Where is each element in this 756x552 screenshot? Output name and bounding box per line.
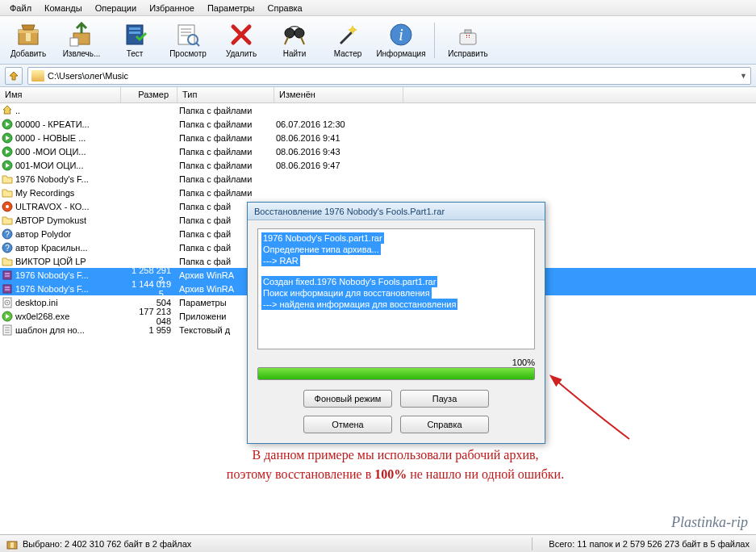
- help-button[interactable]: Справка: [400, 416, 489, 433]
- up-icon: [2, 105, 13, 116]
- repair-button[interactable]: Исправить: [445, 20, 491, 60]
- toolbar: Добавить Извлечь... Тест Просмотр Удалит…: [0, 16, 756, 65]
- folder-icon: [31, 70, 44, 82]
- play-icon: [2, 119, 13, 130]
- svg-point-14: [285, 28, 294, 38]
- log-box: 1976 Nobody's Fools.part1.rarОпределение…: [257, 228, 535, 349]
- menu-options[interactable]: Параметры: [201, 2, 261, 15]
- pause-button[interactable]: Пауза: [400, 390, 489, 408]
- file-row[interactable]: 1976 Nobody's F...Папка с файлами: [0, 172, 756, 186]
- svg-line-16: [285, 37, 288, 44]
- annotation-caption: В данном примере мы использовали рабочий…: [113, 445, 678, 484]
- svg-rect-42: [5, 289, 10, 291]
- status-icon: [6, 538, 18, 550]
- path-input[interactable]: C:\Users\олег\Music ▼: [27, 67, 751, 85]
- file-name: wx0el268.exe: [15, 312, 69, 321]
- folder-icon: [2, 215, 13, 226]
- folder-icon: [2, 187, 13, 199]
- wizard-icon: [335, 22, 361, 48]
- toolbar-label: Исправить: [448, 49, 487, 58]
- dialog-title: Восстановление 1976 Nobody's Fools.Part1…: [248, 203, 545, 220]
- toolbar-separator: [434, 23, 435, 58]
- txt-icon: [2, 324, 13, 336]
- test-button[interactable]: Тест: [111, 20, 158, 60]
- add-button[interactable]: Добавить: [5, 20, 52, 60]
- svg-line-17: [301, 37, 304, 44]
- file-type: Папка с файлами: [179, 106, 276, 115]
- file-name: ..: [15, 106, 20, 115]
- view-icon: [175, 22, 201, 48]
- background-button[interactable]: Фоновый режим: [303, 390, 392, 408]
- svg-rect-6: [129, 27, 140, 30]
- file-name: 1976 Nobody's F...: [15, 284, 89, 294]
- delete-button[interactable]: Удалить: [218, 20, 265, 60]
- file-modified: 06.07.2016 12:30: [276, 119, 405, 129]
- menu-help[interactable]: Справка: [261, 2, 309, 15]
- toolbar-label: Просмотр: [169, 49, 207, 58]
- file-row[interactable]: 00000 - КРЕАТИ...Папка с файлами06.07.20…: [0, 117, 756, 131]
- file-name: 1976 Nobody's F...: [15, 174, 89, 184]
- repair-icon: [455, 22, 481, 48]
- play-icon: [2, 132, 13, 144]
- wizard-button[interactable]: Мастер: [324, 20, 371, 60]
- cancel-button[interactable]: Отмена: [303, 416, 392, 433]
- svg-rect-52: [10, 542, 14, 548]
- file-type: Папка с файлами: [179, 161, 276, 170]
- file-row[interactable]: ..Папка с файлами: [0, 103, 756, 117]
- menu-favorites[interactable]: Избранное: [143, 2, 201, 15]
- file-type: Папка с файлами: [179, 147, 276, 157]
- test-icon: [122, 22, 148, 48]
- file-name: 00000 - КРЕАТИ...: [15, 119, 90, 129]
- svg-text:?: ?: [5, 230, 10, 239]
- file-size: 177 213 048: [123, 307, 179, 326]
- svg-point-45: [6, 302, 8, 303]
- svg-point-30: [6, 205, 9, 208]
- svg-rect-38: [5, 275, 10, 277]
- find-button[interactable]: Найти: [271, 20, 318, 60]
- dropdown-arrow-icon[interactable]: ▼: [740, 72, 747, 80]
- file-row[interactable]: 000 -МОИ ОЦИ...Папка с файлами08.06.2016…: [0, 144, 756, 158]
- file-name: шаблон для но...: [15, 325, 85, 335]
- info-icon: i: [388, 22, 414, 48]
- info-button[interactable]: i Информация: [378, 20, 424, 60]
- folder-icon: [2, 174, 13, 185]
- progress-percent: 100%: [512, 358, 535, 367]
- faq-icon: ?: [2, 228, 13, 240]
- file-modified: 08.06.2016 9:43: [276, 147, 405, 157]
- file-row[interactable]: 001-МОИ ОЦИ...Папка с файлами08.06.2016 …: [0, 158, 756, 172]
- file-type: Папка с файлами: [179, 119, 276, 129]
- svg-rect-2: [26, 33, 31, 41]
- archive-icon: [15, 22, 41, 48]
- svg-point-15: [294, 28, 304, 38]
- file-type: Папка с файлами: [179, 174, 276, 184]
- svg-text:i: i: [399, 26, 403, 44]
- toolbar-label: Мастер: [334, 49, 362, 58]
- file-name: ULTRAVOX - КО...: [15, 202, 89, 211]
- delete-icon: [228, 22, 254, 48]
- folder-icon: [2, 256, 13, 267]
- file-row[interactable]: My RecordingsПапка с файлами: [0, 186, 756, 199]
- file-modified: 08.06.2016 9:47: [276, 161, 405, 170]
- file-size: 1 144 019 5...: [123, 279, 179, 299]
- menu-operations[interactable]: Операции: [89, 2, 143, 15]
- col-type[interactable]: Тип: [178, 87, 274, 102]
- progress-bar: [257, 367, 535, 380]
- exe-icon: [2, 311, 13, 322]
- file-modified: 08.06.2016 9:41: [276, 133, 405, 143]
- col-name[interactable]: Имя: [0, 87, 121, 102]
- svg-rect-37: [5, 273, 10, 274]
- up-button[interactable]: [5, 67, 23, 85]
- file-row[interactable]: 0000 - НОВЫЕ ...Папка с файлами08.06.201…: [0, 131, 756, 144]
- col-size[interactable]: Размер: [121, 87, 178, 102]
- menu-commands[interactable]: Команды: [38, 2, 89, 15]
- extract-button[interactable]: Извлечь...: [58, 20, 105, 60]
- toolbar-label: Тест: [127, 49, 144, 58]
- col-modified[interactable]: Изменён: [274, 87, 403, 102]
- svg-rect-21: [465, 30, 471, 33]
- rar-icon: [2, 283, 13, 295]
- pathbar: C:\Users\олег\Music ▼: [0, 65, 756, 87]
- menu-file[interactable]: Файл: [3, 2, 38, 15]
- extract-icon: [69, 22, 94, 48]
- toolbar-label: Удалить: [226, 49, 257, 58]
- view-button[interactable]: Просмотр: [165, 20, 211, 60]
